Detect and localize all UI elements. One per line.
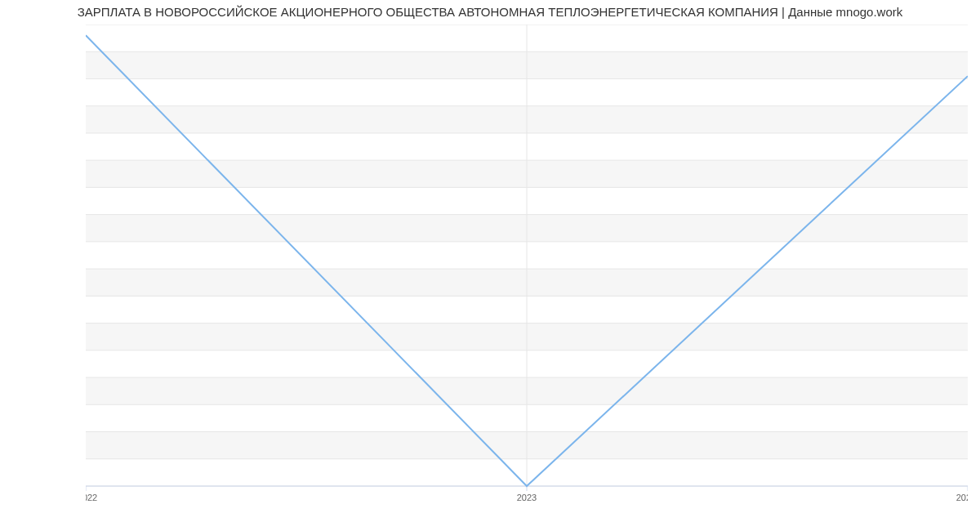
svg-text:2022: 2022 — [86, 493, 97, 502]
svg-text:2024: 2024 — [956, 493, 968, 502]
chart-title: ЗАРПЛАТА В НОВОРОССИЙСКОЕ АКЦИОНЕРНОГО О… — [0, 0, 980, 19]
plot-area[interactable]: 2050021000215002200022500230002350024000… — [86, 25, 968, 486]
salary-line-chart: ЗАРПЛАТА В НОВОРОССИЙСКОЕ АКЦИОНЕРНОГО О… — [0, 0, 980, 506]
chart-svg: 2050021000215002200022500230002350024000… — [86, 25, 968, 506]
svg-text:2023: 2023 — [517, 493, 537, 502]
